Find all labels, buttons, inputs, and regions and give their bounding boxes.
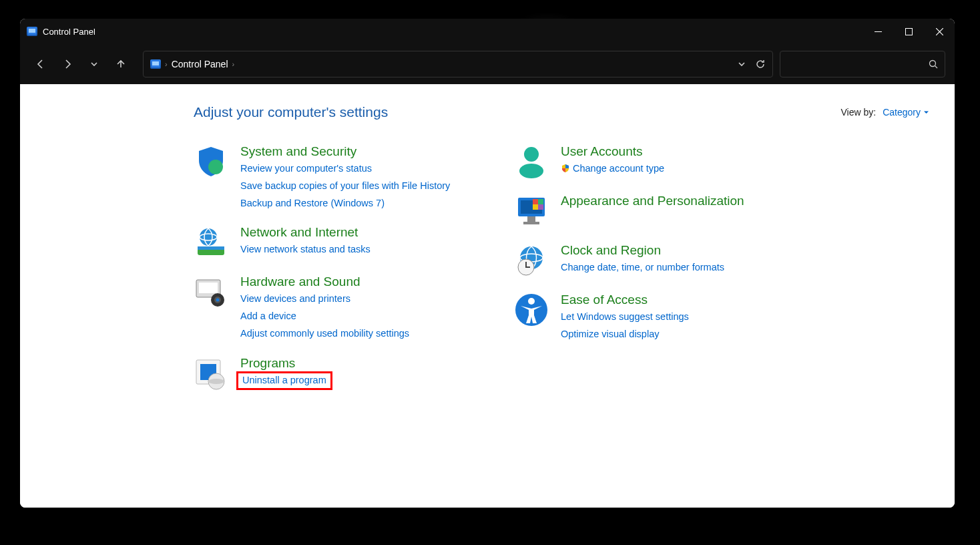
- svg-rect-3: [905, 28, 912, 35]
- svg-rect-11: [198, 246, 224, 250]
- breadcrumb-root[interactable]: Control Panel: [172, 59, 228, 69]
- user-accounts-icon: [514, 144, 549, 179]
- view-by-control: View by: Category: [841, 107, 929, 118]
- svg-rect-13: [199, 283, 218, 293]
- category-link[interactable]: Change date, time, or number formats: [561, 260, 724, 275]
- category-body: System and SecurityReview your computer'…: [240, 144, 450, 210]
- svg-rect-29: [527, 216, 535, 222]
- svg-point-6: [930, 61, 936, 67]
- svg-rect-27: [533, 204, 538, 210]
- category-user-accounts: User AccountsChange account type: [514, 144, 794, 179]
- address-icon: [150, 59, 161, 69]
- window-controls: [863, 19, 955, 44]
- svg-point-16: [216, 299, 220, 302]
- category-body: Hardware and SoundView devices and print…: [240, 275, 409, 341]
- svg-rect-30: [523, 222, 539, 224]
- category-hardware: Hardware and SoundView devices and print…: [194, 275, 474, 341]
- category-title[interactable]: Programs: [240, 356, 328, 371]
- svg-rect-2: [875, 31, 882, 32]
- ease-icon: [514, 293, 549, 327]
- category-network: Network and InternetView network status …: [194, 225, 474, 260]
- programs-icon: [194, 356, 228, 391]
- category-link[interactable]: Adjust commonly used mobility settings: [240, 327, 409, 341]
- up-button[interactable]: [109, 53, 132, 75]
- window-title: Control Panel: [43, 27, 95, 37]
- view-by-value: Category: [883, 107, 921, 118]
- category-link[interactable]: Let Windows suggest settings: [561, 310, 689, 325]
- category-link[interactable]: Add a device: [240, 309, 296, 324]
- address-bar[interactable]: › Control Panel ›: [143, 51, 773, 77]
- breadcrumb-separator: ›: [232, 60, 235, 68]
- category-title[interactable]: User Accounts: [561, 144, 664, 159]
- back-button[interactable]: [29, 53, 52, 75]
- address-dropdown[interactable]: [738, 60, 746, 68]
- category-title[interactable]: Appearance and Personalization: [561, 194, 744, 208]
- title-left: Control Panel: [20, 27, 95, 37]
- category-body: User AccountsChange account type: [561, 144, 664, 179]
- category-appearance: Appearance and Personalization: [514, 194, 794, 228]
- control-panel-icon: [27, 27, 37, 36]
- category-body: Appearance and Personalization: [561, 194, 744, 228]
- category-link[interactable]: Change account type: [561, 162, 664, 176]
- category-link[interactable]: View devices and printers: [240, 292, 350, 307]
- refresh-button[interactable]: [755, 59, 766, 69]
- clock-icon: [514, 243, 549, 278]
- category-ease: Ease of AccessLet Windows suggest settin…: [514, 293, 794, 342]
- view-by-label: View by:: [841, 107, 877, 118]
- category-body: Ease of AccessLet Windows suggest settin…: [561, 293, 689, 342]
- svg-rect-25: [533, 199, 538, 204]
- header-row: Adjust your computer's settings View by:…: [194, 104, 929, 120]
- category-link[interactable]: Review your computer's status: [240, 162, 372, 176]
- category-title[interactable]: Network and Internet: [240, 225, 371, 240]
- svg-rect-1: [29, 29, 35, 33]
- minimize-button[interactable]: [863, 19, 893, 44]
- category-title[interactable]: Hardware and Sound: [240, 275, 409, 289]
- maximize-button[interactable]: [893, 19, 924, 44]
- svg-point-22: [519, 164, 543, 178]
- svg-rect-5: [152, 61, 159, 65]
- search-input[interactable]: [787, 59, 929, 69]
- svg-rect-28: [538, 204, 543, 210]
- category-link[interactable]: Backup and Restore (Windows 7): [240, 196, 385, 211]
- categories-right-column: User AccountsChange account typeAppearan…: [514, 144, 794, 391]
- svg-point-35: [528, 298, 535, 305]
- category-title[interactable]: Clock and Region: [561, 243, 724, 258]
- title-bar: Control Panel: [20, 19, 955, 44]
- category-body: Network and InternetView network status …: [240, 225, 371, 260]
- category-title[interactable]: Ease of Access: [561, 293, 689, 307]
- forward-button[interactable]: [56, 53, 79, 75]
- annotation-highlight: Uninstall a program: [236, 371, 332, 390]
- svg-rect-26: [538, 199, 543, 204]
- category-body: ProgramsUninstall a program: [240, 356, 328, 391]
- category-programs: ProgramsUninstall a program: [194, 356, 474, 391]
- category-clock: Clock and RegionChange date, time, or nu…: [514, 243, 794, 278]
- category-system-security: System and SecurityReview your computer'…: [194, 144, 474, 210]
- category-link[interactable]: Optimize visual display: [561, 327, 659, 342]
- svg-point-8: [200, 228, 217, 246]
- category-link[interactable]: View network status and tasks: [240, 242, 371, 257]
- search-icon[interactable]: [929, 59, 938, 69]
- recent-dropdown[interactable]: [83, 53, 105, 75]
- svg-point-20: [208, 379, 224, 384]
- view-by-dropdown[interactable]: Category: [883, 107, 929, 118]
- category-body: Clock and RegionChange date, time, or nu…: [561, 243, 724, 278]
- breadcrumb-separator: ›: [165, 60, 168, 68]
- uac-shield-icon: [561, 164, 570, 173]
- search-box[interactable]: [780, 51, 945, 77]
- categories-left-column: System and SecurityReview your computer'…: [194, 144, 474, 391]
- control-panel-window: Control Panel: [20, 19, 955, 508]
- navigation-bar: › Control Panel ›: [20, 44, 955, 84]
- categories: System and SecurityReview your computer'…: [194, 144, 929, 391]
- category-link[interactable]: Save backup copies of your files with Fi…: [240, 179, 450, 194]
- category-title[interactable]: System and Security: [240, 144, 450, 159]
- hardware-icon: [194, 275, 228, 309]
- category-link[interactable]: Uninstall a program: [240, 373, 328, 388]
- svg-point-7: [208, 160, 223, 174]
- content-pane: Adjust your computer's settings View by:…: [20, 84, 955, 508]
- close-button[interactable]: [924, 19, 955, 44]
- svg-point-21: [524, 147, 539, 162]
- appearance-icon: [514, 194, 549, 228]
- system-security-icon: [194, 144, 228, 179]
- network-icon: [194, 225, 228, 260]
- page-title: Adjust your computer's settings: [194, 104, 388, 120]
